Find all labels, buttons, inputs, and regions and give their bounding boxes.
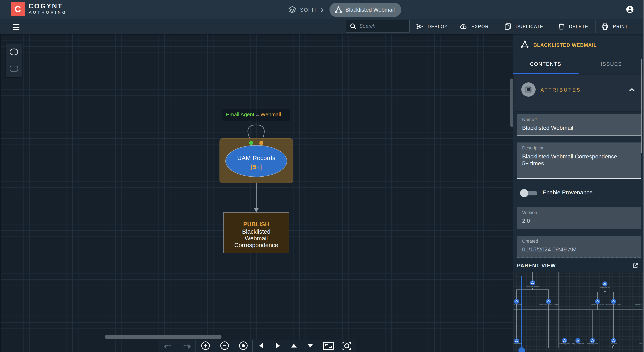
svg-text:Webmail: Webmail <box>245 235 268 242</box>
svg-text:PUBLISH: PUBLISH <box>243 221 269 228</box>
svg-text:Organizational Factors-Sabotag: Organizational Factors-Sabotage <box>539 304 558 305</box>
svg-text:ThreatType--Sabotage: ThreatType--Sabotage <box>526 285 539 287</box>
svg-text:Wage Garnishments: Wage Garnishments <box>572 343 584 345</box>
svg-text:Reco: Reco <box>639 343 642 345</box>
svg-text:Correspondence: Correspondence <box>234 242 278 248</box>
svg-text:Organizational Factors-UIT: Organizational Factors-UIT <box>606 304 622 305</box>
svg-text:Email Agent = Webmail: Email Agent = Webmail <box>226 111 281 117</box>
svg-text:Disciplinary Action: Disciplinary Action <box>587 343 598 345</box>
svg-text:Individual Fa: Individual Fa <box>634 304 642 305</box>
svg-text:Restraining Order: Restraining Order <box>559 343 570 345</box>
svg-text:Individual Factors---UIT: Individual Factors---UIT <box>590 304 604 305</box>
svg-text:UAM Records: UAM Records <box>237 155 276 161</box>
svg-text:cklisted Webmail: cklisted Webmail <box>514 343 522 345</box>
svg-text:Job Status: Job Status <box>610 343 617 345</box>
svg-text:[5+]: [5+] <box>251 164 262 170</box>
svg-text:ThreatType--UIT: ThreatType--UIT <box>600 287 610 289</box>
svg-text:l Factor--Sabotage: l Factor--Sabotage <box>514 304 522 305</box>
svg-text:Blacklisted: Blacklisted <box>242 228 270 235</box>
